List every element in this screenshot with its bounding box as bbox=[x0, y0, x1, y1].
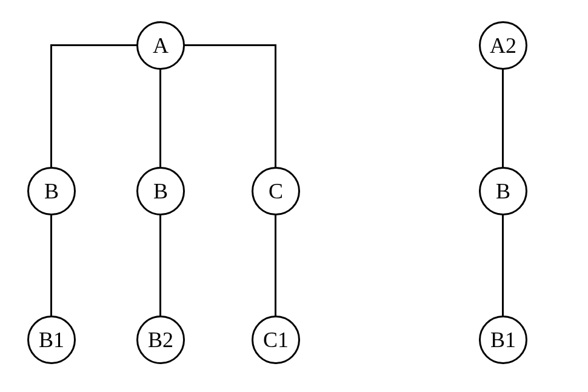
node-label: B1 bbox=[490, 327, 516, 353]
node-tree2-l2: B bbox=[479, 167, 527, 215]
edge-tree1-c-c1 bbox=[275, 214, 276, 317]
node-label: A2 bbox=[490, 33, 516, 58]
node-label: A bbox=[153, 33, 169, 58]
node-tree1-l2-1: B bbox=[27, 167, 76, 215]
node-tree1-l3-3: C1 bbox=[252, 316, 300, 364]
edge-tree2-b-b1 bbox=[502, 214, 504, 317]
node-label: B bbox=[496, 178, 510, 204]
node-tree1-l3-2: B2 bbox=[136, 316, 185, 364]
node-tree1-root: A bbox=[136, 21, 185, 70]
edge-tree2-a2-b bbox=[502, 69, 504, 169]
node-label: C bbox=[269, 178, 283, 204]
node-tree1-l2-3: C bbox=[252, 167, 300, 215]
edge-tree1-root-mid bbox=[159, 69, 161, 169]
node-label: C1 bbox=[263, 327, 289, 353]
edge-tree1-b-b1 bbox=[50, 214, 52, 317]
node-label: B2 bbox=[148, 327, 173, 353]
node-label: B bbox=[44, 178, 59, 204]
edge-tree1-b-b2 bbox=[159, 214, 161, 317]
node-tree1-l3-1: B1 bbox=[27, 316, 76, 364]
edge-tree1-right-branch bbox=[275, 44, 276, 169]
edge-tree1-left-branch bbox=[50, 44, 52, 169]
node-tree2-root: A2 bbox=[479, 21, 527, 70]
node-tree1-l2-2: B bbox=[136, 167, 185, 215]
node-label: B bbox=[153, 178, 168, 204]
node-label: B1 bbox=[39, 327, 64, 353]
node-tree2-l3: B1 bbox=[479, 316, 527, 364]
